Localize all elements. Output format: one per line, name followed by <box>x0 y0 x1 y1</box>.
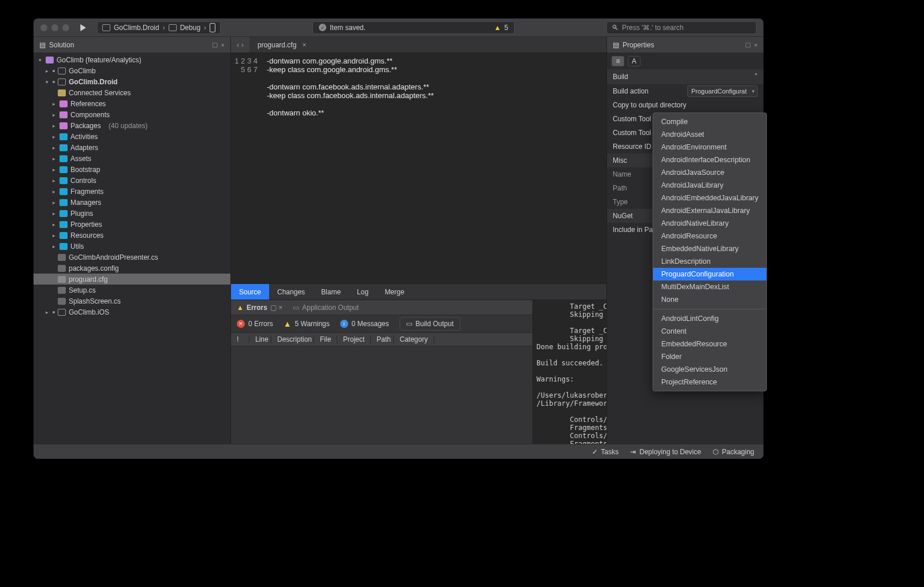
pin-icon[interactable]: ▢ × <box>270 304 282 312</box>
tree-adapters[interactable]: ▸Adapters <box>33 142 230 153</box>
prop-categorized-icon[interactable]: ≡ <box>612 56 624 66</box>
build-output-button[interactable]: ▭Build Output <box>400 317 460 331</box>
dropdown-item[interactable]: MultiDexMainDexList <box>653 281 766 293</box>
window-controls[interactable] <box>40 24 69 31</box>
tab-log[interactable]: Log <box>349 284 377 300</box>
tree-utils[interactable]: ▸Utils <box>33 241 230 252</box>
tree-assets[interactable]: ▸Assets <box>33 153 230 164</box>
prop-alphabetical-icon[interactable]: A <box>628 56 640 66</box>
folder-icon <box>59 111 68 118</box>
tree-file-splash[interactable]: SplashScreen.cs <box>33 296 230 306</box>
dropdown-item[interactable]: Content <box>653 325 766 338</box>
status-packaging[interactable]: ⬡Packaging <box>713 448 754 456</box>
dropdown-item[interactable]: AndroidJavaLibrary <box>653 179 766 192</box>
dropdown-item[interactable]: AndroidEmbeddedJavaLibrary <box>653 192 766 204</box>
project-goclimb-ios[interactable]: ▸GoClimb.iOS <box>33 306 230 317</box>
application-output-tab[interactable]: Application Output <box>302 304 359 312</box>
dropdown-item[interactable]: AndroidAsset <box>653 128 766 141</box>
errors-filter[interactable]: ✕0 Errors <box>237 320 273 328</box>
dropdown-item[interactable]: EmbeddedNativeLibrary <box>653 242 766 255</box>
dropdown-item[interactable]: AndroidJavaSource <box>653 166 766 179</box>
zoom-dot-icon[interactable] <box>62 24 69 31</box>
build-action-dropdown[interactable]: CompileAndroidAssetAndroidEnvironmentAnd… <box>653 113 767 391</box>
close-icon[interactable]: × <box>754 42 758 48</box>
warnings-filter[interactable]: ▲5 Warnings <box>284 319 330 328</box>
dropdown-item[interactable]: GoogleServicesJson <box>653 363 766 376</box>
tab-blame[interactable]: Blame <box>313 284 349 300</box>
tree-components[interactable]: ▸Components <box>33 109 230 120</box>
project-square-icon <box>102 24 110 31</box>
tree-resources[interactable]: ▸Resources <box>33 230 230 241</box>
status-deploying[interactable]: ⇥Deploying to Device <box>630 448 701 456</box>
project-goclimb[interactable]: ▸GoClimb <box>33 65 230 76</box>
nav-forward-button[interactable]: › <box>241 41 244 49</box>
col-description[interactable]: Description <box>271 335 314 343</box>
col-severity[interactable]: ! <box>231 335 249 343</box>
close-icon[interactable]: × <box>221 42 225 48</box>
solution-title: Solution <box>49 41 74 49</box>
tree-bootstrap[interactable]: ▸Bootstrap <box>33 164 230 175</box>
tree-controls[interactable]: ▸Controls <box>33 175 230 186</box>
errors-tab[interactable]: Errors <box>247 304 267 312</box>
tree-file-presenter[interactable]: GoClimbAndroidPresenter.cs <box>33 252 230 263</box>
messages-filter[interactable]: i0 Messages <box>340 320 389 328</box>
section-build[interactable]: Build ˄ <box>607 69 763 84</box>
dropdown-item[interactable]: None <box>653 293 766 306</box>
col-file[interactable]: File <box>314 335 337 343</box>
row-copy-output[interactable]: Copy to output directory <box>607 98 763 112</box>
tree-file-proguard[interactable]: proguard.cfg <box>33 274 230 285</box>
dropdown-item[interactable]: AndroidResource <box>653 230 766 242</box>
tab-close-icon[interactable]: × <box>302 41 306 49</box>
properties-title: Properties <box>623 41 654 49</box>
solution-root[interactable]: ▾GoClimb (feature/Analytics) <box>33 54 230 65</box>
project-goclimb-droid[interactable]: ▾GoClimb.Droid <box>33 76 230 87</box>
build-action-select[interactable]: ProguardConfiguration ▾ <box>687 85 758 97</box>
nav-back-button[interactable]: ‹ <box>237 41 239 49</box>
run-config-selector[interactable]: GoClimb.Droid › Debug › <box>97 21 221 34</box>
dropdown-item[interactable]: AndroidEnvironment <box>653 141 766 154</box>
folder-icon <box>59 243 68 250</box>
status-tasks[interactable]: ✓Tasks <box>592 448 619 456</box>
solution-tree[interactable]: ▾GoClimb (feature/Analytics) ▸GoClimb ▾G… <box>33 53 230 444</box>
tree-file-packages-config[interactable]: packages.config <box>33 263 230 274</box>
pin-icon[interactable]: ▢ <box>212 41 218 48</box>
code-content[interactable]: -dontwarn com.google.android.gms.** -kee… <box>263 53 434 283</box>
tree-packages[interactable]: ▸Packages (40 updates) <box>33 120 230 131</box>
tree-properties[interactable]: ▸Properties <box>33 219 230 230</box>
global-search[interactable]: 🔍︎ Press '⌘.' to search <box>606 21 757 34</box>
dropdown-item[interactable]: LinkDescription <box>653 255 766 268</box>
col-category[interactable]: Category <box>394 335 434 343</box>
editor-tab-proguard[interactable]: proguard.cfg × <box>249 37 314 53</box>
build-output-text[interactable]: Target _C Skipping Target _C Skipping Do… <box>532 300 606 444</box>
dropdown-item[interactable]: AndroidInterfaceDescription <box>653 154 766 166</box>
dropdown-item[interactable]: ProguardConfiguration <box>653 268 766 281</box>
errors-table[interactable]: ! Line Description File Project Path Cat… <box>231 332 532 444</box>
dropdown-item[interactable]: EmbeddedResource <box>653 338 766 350</box>
folder-icon <box>59 155 68 162</box>
tab-source[interactable]: Source <box>231 284 269 300</box>
close-dot-icon[interactable] <box>40 24 47 31</box>
col-project[interactable]: Project <box>337 335 371 343</box>
dropdown-item[interactable]: ProjectReference <box>653 376 766 388</box>
col-path[interactable]: Path <box>371 335 394 343</box>
dropdown-item[interactable]: AndroidNativeLibrary <box>653 217 766 230</box>
tree-activities[interactable]: ▸Activities <box>33 131 230 142</box>
tab-changes[interactable]: Changes <box>269 284 313 300</box>
tree-references[interactable]: ▸References <box>33 98 230 109</box>
tree-fragments[interactable]: ▸Fragments <box>33 186 230 197</box>
code-editor[interactable]: 1 2 3 4 5 6 7 -dontwarn com.google.andro… <box>231 53 606 283</box>
run-button[interactable] <box>76 22 90 33</box>
tree-plugins[interactable]: ▸Plugins <box>33 208 230 219</box>
pin-icon[interactable]: ▢ <box>745 41 751 48</box>
tree-connected-services[interactable]: Connected Services <box>33 87 230 98</box>
dropdown-item[interactable]: AndroidLintConfig <box>653 312 766 325</box>
col-line[interactable]: Line <box>249 335 271 343</box>
minimize-dot-icon[interactable] <box>51 24 58 31</box>
tree-managers[interactable]: ▸Managers <box>33 197 230 208</box>
tab-merge[interactable]: Merge <box>377 284 412 300</box>
status-pill[interactable]: ✓ Item saved. ▲ 5 <box>312 21 515 34</box>
dropdown-item[interactable]: Folder <box>653 350 766 363</box>
dropdown-item[interactable]: AndroidExternalJavaLibrary <box>653 204 766 217</box>
tree-file-setup[interactable]: Setup.cs <box>33 285 230 296</box>
dropdown-item[interactable]: Compile <box>653 115 766 128</box>
